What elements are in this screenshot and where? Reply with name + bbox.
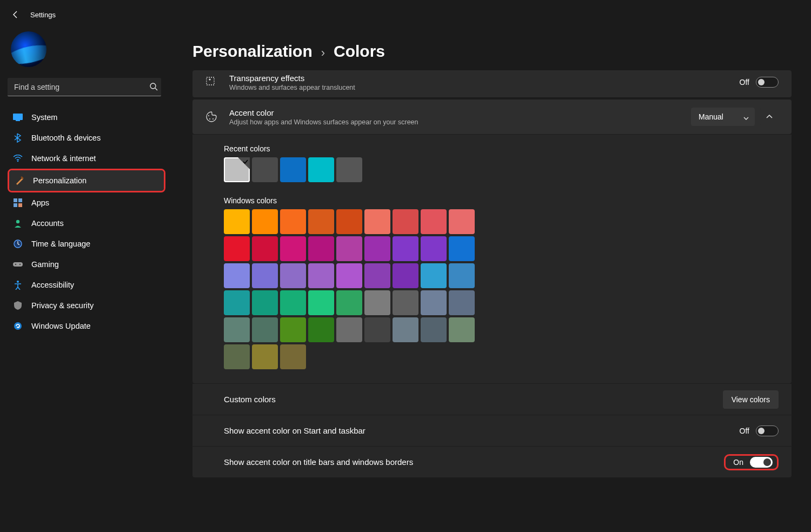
windows-color-swatch[interactable]: [308, 236, 334, 261]
windows-color-swatch[interactable]: [421, 236, 447, 261]
windows-color-swatch[interactable]: [252, 317, 278, 342]
sidebar-item-accounts[interactable]: Accounts: [8, 213, 165, 234]
sidebar-item-gaming[interactable]: Gaming: [8, 254, 165, 275]
windows-color-swatch[interactable]: [280, 344, 306, 369]
accent-mode-dropdown[interactable]: Manual: [691, 108, 755, 126]
windows-color-swatch[interactable]: [421, 290, 447, 315]
windows-color-swatch[interactable]: [421, 317, 447, 342]
search-input[interactable]: [8, 78, 161, 96]
windows-color-swatch[interactable]: [364, 209, 390, 234]
apps-icon: [13, 198, 23, 208]
accent-header-row[interactable]: Accent color Adjust how apps and Windows…: [192, 99, 792, 134]
brush-icon: [15, 176, 24, 185]
transparency-subtitle: Windows and surfaces appear translucent: [229, 84, 740, 91]
windows-color-swatch[interactable]: [252, 263, 278, 288]
recent-colors-row: [224, 157, 779, 182]
recent-color-swatch[interactable]: [252, 157, 278, 182]
windows-color-swatch[interactable]: [224, 290, 250, 315]
sidebar-item-accessibility[interactable]: Accessibility: [8, 275, 165, 295]
windows-color-swatch[interactable]: [336, 209, 362, 234]
sidebar-item-network[interactable]: Network & internet: [8, 148, 165, 169]
back-button[interactable]: [11, 10, 21, 19]
recent-color-swatch[interactable]: [280, 157, 306, 182]
recent-color-swatch[interactable]: [308, 157, 334, 182]
gamepad-icon: [13, 260, 23, 269]
windows-color-swatch[interactable]: [364, 236, 390, 261]
recent-color-swatch[interactable]: [224, 157, 250, 182]
windows-color-swatch[interactable]: [252, 236, 278, 261]
windows-color-swatch[interactable]: [308, 317, 334, 342]
windows-color-swatch[interactable]: [280, 263, 306, 288]
windows-color-swatch[interactable]: [393, 263, 418, 288]
windows-color-swatch[interactable]: [336, 263, 362, 288]
sidebar-item-update[interactable]: Windows Update: [8, 316, 165, 336]
windows-color-swatch[interactable]: [421, 209, 447, 234]
accessibility-icon: [13, 280, 23, 290]
windows-color-swatch[interactable]: [224, 236, 250, 261]
windows-color-swatch[interactable]: [252, 209, 278, 234]
custom-colors-row: Custom colors View colors: [192, 383, 792, 415]
windows-color-swatch[interactable]: [280, 236, 306, 261]
windows-color-swatch[interactable]: [308, 290, 334, 315]
bluetooth-icon: [13, 133, 23, 143]
app-title: Settings: [30, 11, 56, 19]
windows-color-swatch[interactable]: [336, 317, 362, 342]
windows-color-swatch[interactable]: [364, 317, 390, 342]
clock-globe-icon: [13, 239, 23, 249]
windows-color-swatch[interactable]: [393, 317, 418, 342]
palette-icon: [205, 111, 217, 123]
accent-collapse-button[interactable]: [760, 108, 779, 126]
sidebar-item-label: Personalization: [33, 176, 87, 185]
transparency-row: Transparency effects Windows and surface…: [192, 70, 792, 97]
windows-color-swatch[interactable]: [308, 209, 334, 234]
windows-color-swatch[interactable]: [449, 236, 475, 261]
windows-color-swatch[interactable]: [393, 209, 418, 234]
breadcrumb-parent[interactable]: Personalization: [192, 42, 313, 61]
sidebar-item-bluetooth[interactable]: Bluetooth & devices: [8, 128, 165, 148]
windows-color-swatch[interactable]: [280, 209, 306, 234]
titlebar-toggle[interactable]: [750, 457, 773, 468]
windows-color-swatch[interactable]: [336, 290, 362, 315]
sidebar-item-label: Time & language: [31, 240, 90, 248]
windows-color-swatch[interactable]: [224, 344, 250, 369]
windows-color-swatch[interactable]: [224, 317, 250, 342]
start-taskbar-state: Off: [740, 427, 749, 435]
start-taskbar-toggle[interactable]: [756, 425, 779, 436]
windows-color-swatch[interactable]: [393, 290, 418, 315]
sidebar-item-label: System: [31, 113, 57, 122]
windows-color-swatch[interactable]: [421, 263, 447, 288]
transparency-title: Transparency effects: [229, 74, 740, 83]
windows-color-swatch[interactable]: [336, 236, 362, 261]
windows-color-swatch[interactable]: [224, 263, 250, 288]
windows-color-swatch[interactable]: [308, 263, 334, 288]
windows-color-swatch[interactable]: [364, 290, 390, 315]
windows-color-swatch[interactable]: [364, 263, 390, 288]
windows-color-swatch[interactable]: [449, 317, 475, 342]
sidebar-item-label: Accessibility: [31, 281, 74, 289]
custom-colors-label: Custom colors: [224, 395, 276, 404]
sidebar-item-time[interactable]: Time & language: [8, 234, 165, 254]
titlebar-row: Show accent color on title bars and wind…: [192, 446, 792, 477]
sidebar-item-system[interactable]: System: [8, 107, 165, 128]
sidebar-item-privacy[interactable]: Privacy & security: [8, 295, 165, 316]
transparency-state: Off: [740, 78, 749, 87]
windows-color-swatch[interactable]: [280, 317, 306, 342]
transparency-toggle[interactable]: [756, 77, 779, 88]
svg-rect-4: [21, 176, 24, 179]
windows-color-swatch[interactable]: [252, 344, 278, 369]
sidebar-item-label: Accounts: [31, 219, 64, 228]
avatar[interactable]: [11, 31, 46, 67]
titlebar-title: Show accent color on title bars and wind…: [224, 457, 413, 467]
windows-color-swatch[interactable]: [449, 209, 475, 234]
sidebar-item-personalization[interactable]: Personalization: [9, 170, 164, 191]
windows-color-swatch[interactable]: [224, 209, 250, 234]
view-colors-button[interactable]: View colors: [723, 390, 779, 409]
windows-color-swatch[interactable]: [449, 263, 475, 288]
windows-color-swatch[interactable]: [393, 236, 418, 261]
sidebar-item-apps[interactable]: Apps: [8, 192, 165, 213]
transparency-icon: [205, 76, 217, 88]
windows-color-swatch[interactable]: [280, 290, 306, 315]
windows-color-swatch[interactable]: [449, 290, 475, 315]
windows-color-swatch[interactable]: [252, 290, 278, 315]
recent-color-swatch[interactable]: [336, 157, 362, 182]
